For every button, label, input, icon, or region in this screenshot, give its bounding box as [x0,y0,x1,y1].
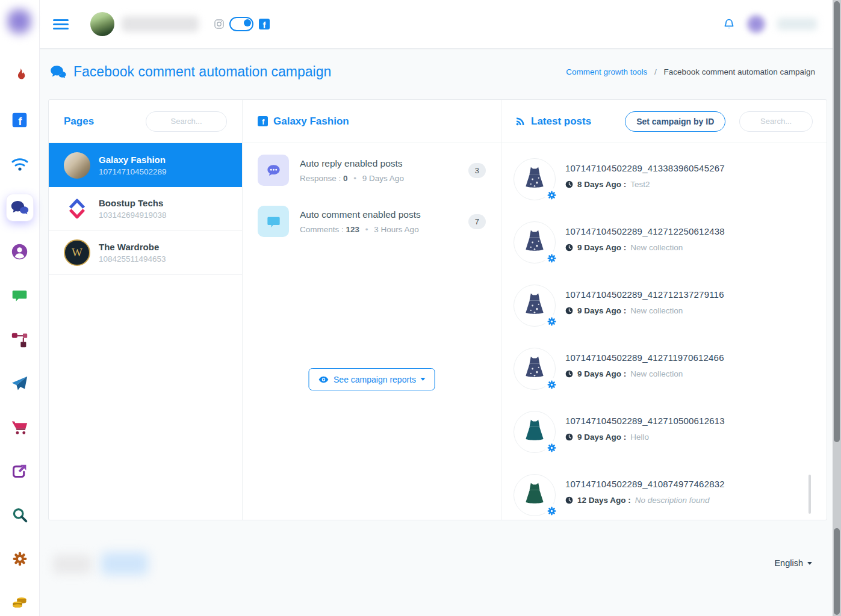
message-icon [11,288,28,304]
comments-icon [50,65,67,79]
sidebar-item-facebook[interactable]: f [7,106,33,133]
row-meta: Comments : 123 • 3 Hours Ago [300,225,421,234]
count-badge: 7 [468,214,486,229]
toggle-knob [244,19,251,26]
auto-reply-posts-row[interactable]: Auto reply enabled posts Response : 0 • … [243,146,501,194]
pages-panel: Pages Galaxy Fashion 107147104502289 Boo… [49,100,243,520]
set-campaign-by-id-button[interactable]: Set campaign by ID [625,111,725,132]
caret-down-icon [421,378,426,381]
page-item-galaxy-fashion[interactable]: Galaxy Fashion 107147104502289 [49,143,242,187]
page-avatar [64,152,90,179]
account-avatar-blurred[interactable] [746,14,766,34]
page-id: 108425511494653 [99,254,166,263]
notifications-bell-icon[interactable] [723,18,735,30]
post-settings-gear-icon[interactable] [545,188,558,202]
scrollbar-thumb[interactable] [834,528,840,615]
clock-icon [565,496,573,504]
see-campaign-reports-button[interactable]: See campaign reports [308,368,435,390]
svg-text:f: f [18,114,22,127]
language-selector[interactable]: English [774,558,812,568]
post-description: New collection [630,306,683,315]
post-id[interactable]: 107147104502289_412712250612438 [565,226,725,236]
share-icon [11,463,28,480]
sidebar-item-search-tools[interactable] [7,502,33,528]
sidebar-item-users[interactable] [7,238,33,265]
post-id[interactable]: 107147104502289_413383960545267 [565,163,725,173]
wifi-icon [10,154,29,173]
post-settings-gear-icon[interactable] [545,315,558,328]
clock-icon [565,433,573,441]
sidebar-item-ecommerce[interactable] [7,414,33,440]
sidebar-item-comment-automation[interactable] [7,194,33,221]
post-description: Hello [630,433,649,442]
eye-icon [318,376,329,383]
post-settings-gear-icon[interactable] [545,378,558,391]
sidebar-item-messages[interactable] [7,282,33,309]
paper-plane-icon [11,375,28,392]
facebook-icon: f [258,116,268,126]
post-settings-gear-icon[interactable] [545,441,558,454]
chat-bubbles-icon [10,199,29,217]
sidebar-item-trending[interactable] [7,63,33,89]
breadcrumb: Comment growth tools / Facebook comment … [566,67,815,76]
clock-icon [565,244,573,251]
page-name: The Wardrobe [99,242,166,252]
platform-toggle[interactable] [229,17,253,31]
post-id[interactable]: 107147104502289_412711970612466 [565,353,724,363]
reply-bubble-icon [258,155,289,186]
posts-list: 107147104502289_413383960545267 8 Days A… [501,143,827,527]
clock-icon [565,180,573,188]
post-id[interactable]: 107147104502289_412710500612613 [565,416,725,426]
row-title: Auto reply enabled posts [300,158,404,169]
flame-icon [11,67,28,84]
account-name-blurred [777,18,817,30]
pages-search-input[interactable] [146,111,227,132]
auto-comment-posts-row[interactable]: Auto comment enabled posts Comments : 12… [243,197,501,245]
facebook-icon: f [11,112,28,128]
sidebar-item-broadcast[interactable] [7,150,33,177]
page-item-boostup-techs[interactable]: Boostup Techs 103142694919038 [49,187,242,231]
posts-scrollbar[interactable] [808,475,811,514]
clock-icon [565,370,573,378]
post-settings-gear-icon[interactable] [545,504,558,517]
sidebar-item-share[interactable] [7,458,33,484]
sitemap-icon [11,331,28,348]
scrollbar-thumb[interactable] [834,1,840,442]
sidebar-item-settings[interactable] [7,546,33,572]
gear-icon [11,550,28,567]
app-logo [6,7,33,38]
post-age: 8 Days Ago : [577,180,626,189]
post-id[interactable]: 107147104502289_410874977462832 [565,479,725,489]
page-name: Boostup Techs [99,198,167,208]
post-settings-gear-icon[interactable] [545,251,558,265]
row-title: Auto comment enabled posts [300,209,421,220]
page-avatar: W [64,239,90,266]
cart-icon [11,419,28,436]
instagram-icon[interactable] [214,19,224,29]
search-icon [11,507,28,524]
count-badge: 3 [468,163,486,178]
posts-search-input[interactable] [739,111,813,132]
breadcrumb-link[interactable]: Comment growth tools [566,67,647,76]
post-id[interactable]: 107147104502289_412712137279116 [565,289,724,300]
page-id: 107147104502289 [99,167,167,176]
breadcrumb-separator: / [654,67,657,76]
page-scrollbar[interactable] [833,0,841,616]
post-age: 9 Days Ago : [577,243,626,252]
sidebar-item-billing[interactable] [7,590,33,616]
page-item-the-wardrobe[interactable]: W The Wardrobe 108425511494653 [49,231,242,275]
pages-panel-title: Pages [64,116,94,128]
page-avatar [64,196,90,222]
rss-icon [515,116,526,126]
comment-bubble-icon [258,206,289,237]
sidebar-item-flows[interactable] [7,326,33,353]
post-age: 9 Days Ago : [577,306,626,315]
facebook-toggle-icon[interactable]: f [259,19,270,29]
sidebar-item-campaigns[interactable] [7,370,33,396]
post-description: No description found [635,496,710,505]
page-title: Facebook comment automation campaign [50,64,331,80]
posts-panel-title: Latest posts [531,116,591,128]
hamburger-menu-icon[interactable] [53,19,69,29]
post-age: 9 Days Ago : [577,433,626,442]
page-id: 103142694919038 [99,211,167,220]
